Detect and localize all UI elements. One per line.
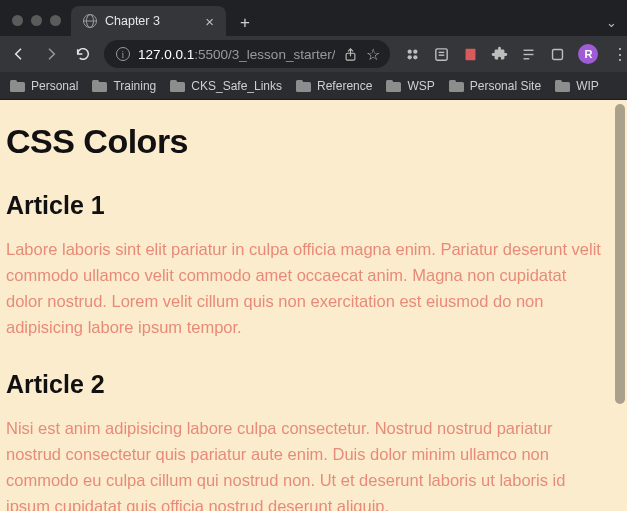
extension-icon[interactable]	[433, 46, 450, 63]
extension-icon[interactable]	[549, 46, 566, 63]
profile-avatar[interactable]: R	[578, 44, 598, 64]
reload-button[interactable]	[72, 43, 94, 65]
bookmark-folder[interactable]: Reference	[296, 79, 372, 93]
scrollbar-thumb[interactable]	[615, 104, 625, 404]
folder-icon	[170, 80, 185, 92]
page-content: CSS Colors Article 1 Labore laboris sint…	[0, 100, 627, 511]
browser-chrome: Chapter 3 × + ⌄ i 127.0.0.1:5500/3_lesso…	[0, 0, 627, 100]
page-viewport: CSS Colors Article 1 Labore laboris sint…	[0, 100, 627, 511]
article-body: Nisi est anim adipisicing labore culpa c…	[6, 415, 601, 511]
window-controls	[8, 15, 71, 36]
url-host: 127.0.0.1	[138, 47, 194, 62]
folder-icon	[10, 80, 25, 92]
article-body: Labore laboris sint elit pariatur in cul…	[6, 236, 601, 340]
bookmark-label: Personal Site	[470, 79, 541, 93]
url-path: :5500/3_lesson_starter/	[194, 47, 335, 62]
globe-icon	[83, 14, 97, 28]
window-zoom-dot[interactable]	[50, 15, 61, 26]
bookmark-star-icon[interactable]: ☆	[366, 45, 380, 64]
browser-tab[interactable]: Chapter 3 ×	[71, 6, 226, 36]
bookmark-label: WIP	[576, 79, 599, 93]
address-bar[interactable]: i 127.0.0.1:5500/3_lesson_starter/ ☆	[104, 40, 390, 68]
svg-point-2	[414, 49, 418, 53]
share-icon[interactable]	[343, 47, 358, 62]
extensions-puzzle-icon[interactable]	[491, 46, 508, 63]
window-close-dot[interactable]	[12, 15, 23, 26]
bookmark-folder[interactable]: WSP	[386, 79, 434, 93]
article-heading: Article 1	[6, 191, 619, 220]
bookmark-label: Reference	[317, 79, 372, 93]
forward-button[interactable]	[40, 43, 62, 65]
close-icon[interactable]: ×	[203, 14, 216, 29]
bookmark-label: CKS_Safe_Links	[191, 79, 282, 93]
svg-point-4	[414, 55, 418, 59]
tab-overflow-icon[interactable]: ⌄	[606, 15, 617, 30]
reading-list-icon[interactable]	[520, 46, 537, 63]
svg-rect-8	[466, 48, 476, 59]
vertical-scrollbar[interactable]	[613, 100, 627, 511]
bookmark-folder[interactable]: Training	[92, 79, 156, 93]
svg-point-1	[408, 49, 412, 53]
bookmark-label: WSP	[407, 79, 434, 93]
svg-rect-12	[553, 49, 563, 59]
toolbar: i 127.0.0.1:5500/3_lesson_starter/ ☆ R ⋮	[0, 36, 627, 72]
bookmarks-bar: Personal Training CKS_Safe_Links Referen…	[0, 72, 627, 100]
folder-icon	[449, 80, 464, 92]
bookmark-folder[interactable]: WIP	[555, 79, 599, 93]
extension-icon[interactable]	[404, 46, 421, 63]
back-button[interactable]	[8, 43, 30, 65]
page-title: CSS Colors	[6, 122, 619, 161]
bookmark-folder[interactable]: Personal	[10, 79, 78, 93]
new-tab-button[interactable]: +	[232, 10, 258, 36]
bookmark-label: Training	[113, 79, 156, 93]
bookmark-folder[interactable]: CKS_Safe_Links	[170, 79, 282, 93]
site-info-icon[interactable]: i	[116, 47, 130, 61]
tab-title: Chapter 3	[105, 14, 195, 28]
url-text: 127.0.0.1:5500/3_lesson_starter/	[138, 47, 335, 62]
window-minimize-dot[interactable]	[31, 15, 42, 26]
tab-strip: Chapter 3 × + ⌄	[0, 0, 627, 36]
svg-point-3	[408, 55, 412, 59]
avatar-initial: R	[584, 48, 592, 60]
folder-icon	[92, 80, 107, 92]
folder-icon	[296, 80, 311, 92]
extension-icons: R ⋮	[400, 44, 627, 64]
folder-icon	[555, 80, 570, 92]
article-heading: Article 2	[6, 370, 619, 399]
bookmark-label: Personal	[31, 79, 78, 93]
browser-menu-icon[interactable]: ⋮	[610, 45, 627, 64]
folder-icon	[386, 80, 401, 92]
bookmark-folder[interactable]: Personal Site	[449, 79, 541, 93]
extension-icon[interactable]	[462, 46, 479, 63]
